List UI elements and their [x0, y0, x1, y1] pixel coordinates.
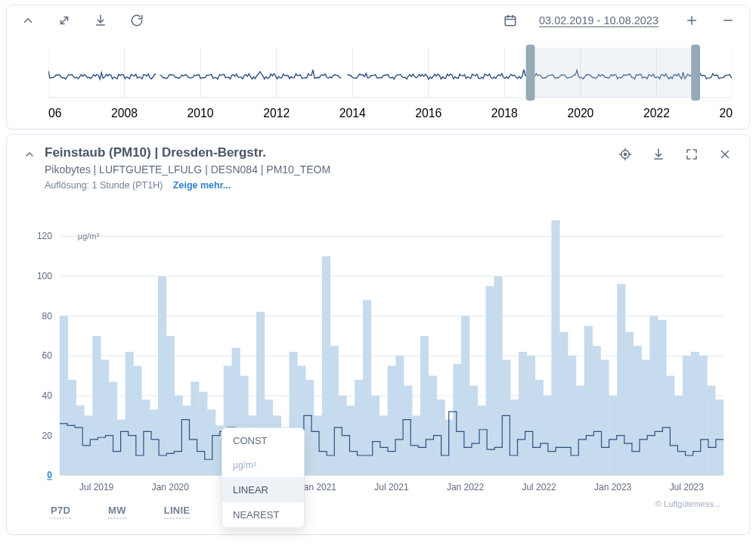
- svg-text:Jan 2023: Jan 2023: [594, 482, 632, 493]
- svg-text:2008: 2008: [111, 107, 138, 120]
- svg-rect-108: [461, 316, 469, 476]
- svg-rect-92: [330, 346, 339, 475]
- svg-line-0: [61, 17, 68, 24]
- collapse-chevron-icon[interactable]: [23, 148, 37, 162]
- svg-rect-91: [322, 256, 330, 476]
- svg-rect-122: [576, 386, 584, 476]
- svg-rect-95: [355, 380, 363, 475]
- close-icon[interactable]: [717, 147, 733, 162]
- detail-chart[interactable]: 020406080100120µg/m³Jul 2019Jan 2020Jul …: [23, 210, 733, 524]
- svg-rect-76: [199, 392, 207, 476]
- resolution-line: Auflösung: 1 Stunde (PT1H) Zeige mehr...: [45, 180, 610, 191]
- svg-rect-99: [388, 366, 396, 476]
- svg-rect-72: [166, 336, 175, 475]
- svg-rect-32: [526, 45, 535, 101]
- svg-rect-128: [625, 332, 634, 476]
- svg-text:60: 60: [42, 350, 53, 361]
- download-icon[interactable]: [93, 13, 108, 28]
- svg-rect-134: [674, 396, 683, 475]
- overview-toolbar: 03.02.2019 - 10.08.2023: [7, 5, 749, 36]
- dropdown-option-const[interactable]: CONST: [222, 428, 304, 453]
- svg-rect-120: [559, 332, 568, 476]
- svg-text:120: 120: [37, 231, 52, 241]
- date-range[interactable]: 03.02.2019 - 10.08.2023: [539, 14, 658, 26]
- svg-text:100: 100: [37, 271, 52, 281]
- svg-rect-115: [519, 352, 527, 475]
- svg-rect-138: [707, 386, 715, 476]
- svg-rect-89: [305, 380, 314, 475]
- svg-rect-139: [715, 399, 723, 475]
- calendar-icon[interactable]: [503, 13, 518, 28]
- svg-rect-125: [600, 360, 609, 476]
- svg-rect-94: [346, 406, 355, 475]
- show-more-link[interactable]: Zeige mehr...: [173, 180, 231, 191]
- svg-text:© Luftgütemess...: © Luftgütemess...: [655, 499, 720, 508]
- zoom-out-icon[interactable]: [720, 13, 736, 28]
- svg-rect-135: [683, 356, 691, 475]
- dropdown-option-linear[interactable]: LINEAR: [222, 477, 304, 502]
- svg-text:Jan 2020: Jan 2020: [152, 482, 190, 493]
- svg-text:20: 20: [42, 430, 53, 441]
- svg-rect-127: [617, 284, 625, 476]
- resolution-label: Auflösung: 1 Stunde (PT1H): [45, 180, 163, 191]
- svg-text:Jan 2021: Jan 2021: [299, 482, 337, 493]
- svg-rect-136: [691, 352, 699, 475]
- svg-rect-59: [60, 316, 68, 476]
- svg-text:2012: 2012: [263, 107, 290, 120]
- svg-rect-133: [666, 376, 674, 476]
- svg-rect-131: [649, 316, 658, 476]
- svg-rect-66: [117, 420, 125, 476]
- svg-rect-123: [584, 326, 593, 476]
- svg-text:Jan 2022: Jan 2022: [447, 482, 485, 493]
- detail-panel: Feinstaub (PM10) | Dresden-Bergstr. Piko…: [6, 134, 750, 535]
- svg-text:2024: 2024: [720, 107, 733, 120]
- svg-rect-117: [535, 380, 544, 475]
- svg-rect-116: [527, 356, 535, 475]
- svg-rect-90: [314, 415, 322, 475]
- svg-rect-119: [551, 220, 559, 475]
- svg-rect-33: [691, 45, 700, 101]
- range-p7d[interactable]: P7D: [51, 505, 70, 519]
- svg-rect-64: [101, 360, 109, 476]
- svg-rect-63: [92, 336, 101, 475]
- svg-text:2022: 2022: [643, 107, 670, 120]
- dropdown-option-nearest[interactable]: NEAREST: [222, 502, 304, 527]
- mode-mw[interactable]: MW: [108, 505, 126, 519]
- svg-rect-132: [658, 320, 666, 475]
- svg-rect-112: [494, 276, 502, 475]
- svg-text:2014: 2014: [339, 107, 366, 120]
- fullscreen-icon[interactable]: [684, 147, 699, 162]
- locate-icon[interactable]: [618, 147, 633, 162]
- svg-text:Jul 2023: Jul 2023: [670, 482, 705, 493]
- svg-text:Jul 2021: Jul 2021: [374, 482, 409, 493]
- svg-text:0: 0: [47, 470, 52, 480]
- svg-text:2016: 2016: [415, 107, 442, 120]
- svg-rect-104: [429, 376, 437, 476]
- detail-header: Feinstaub (PM10) | Dresden-Bergstr. Piko…: [7, 135, 749, 191]
- svg-rect-124: [593, 346, 601, 475]
- svg-rect-126: [609, 396, 617, 475]
- series-title: Feinstaub (PM10) | Dresden-Bergstr.: [45, 145, 610, 160]
- svg-text:2018: 2018: [491, 107, 518, 120]
- svg-rect-100: [395, 356, 404, 475]
- expand-icon[interactable]: [57, 13, 72, 28]
- svg-rect-61: [76, 406, 85, 475]
- svg-rect-65: [109, 382, 117, 476]
- svg-rect-31: [531, 48, 696, 98]
- svg-point-35: [624, 154, 627, 156]
- svg-text:80: 80: [42, 311, 53, 322]
- style-linie[interactable]: LINIE: [164, 505, 191, 519]
- svg-rect-109: [469, 386, 478, 476]
- svg-rect-70: [150, 409, 158, 475]
- svg-rect-107: [453, 364, 461, 475]
- download-series-icon[interactable]: [651, 147, 666, 162]
- chart-controls: P7D MW LINIE: [51, 505, 190, 519]
- refresh-icon[interactable]: [129, 13, 144, 28]
- svg-rect-118: [544, 396, 552, 475]
- svg-text:40: 40: [42, 390, 53, 401]
- overview-chart[interactable]: 2006200820102012201420162018202020222024: [48, 42, 733, 125]
- svg-text:Jul 2019: Jul 2019: [79, 482, 114, 493]
- collapse-icon[interactable]: [20, 13, 36, 28]
- zoom-in-icon[interactable]: [684, 13, 699, 28]
- svg-text:2006: 2006: [48, 107, 62, 120]
